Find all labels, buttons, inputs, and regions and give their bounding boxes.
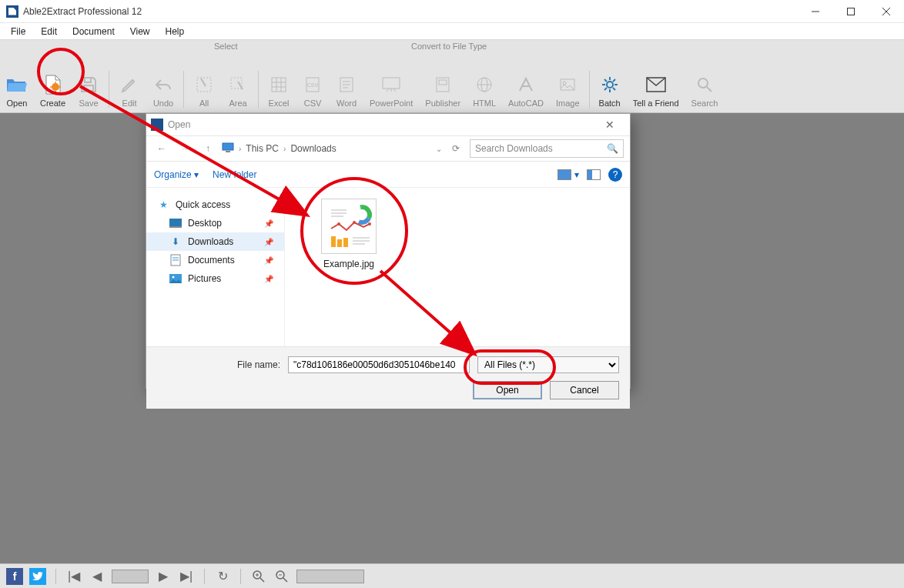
zoom-out-button[interactable] <box>273 568 290 585</box>
filename-input[interactable] <box>288 356 470 373</box>
word-label: Word <box>336 99 357 108</box>
nav-back-button[interactable]: ← <box>152 139 171 158</box>
menu-view[interactable]: View <box>122 25 158 38</box>
zoom-in-button[interactable] <box>250 568 267 585</box>
open-button[interactable]: Open <box>0 68 34 112</box>
publisher-label: Publisher <box>425 99 460 108</box>
envelope-icon <box>645 74 667 95</box>
view-mode-button[interactable]: ▾ <box>557 169 579 180</box>
star-icon: ★ <box>157 199 169 211</box>
preview-pane-button[interactable] <box>587 169 601 180</box>
select-all-button[interactable]: All <box>187 68 221 112</box>
dialog-close-button[interactable]: ✕ <box>594 119 625 131</box>
desktop-icon <box>169 217 182 229</box>
statusbar: f |◀ ◀ ▶ ▶| ↻ <box>0 563 904 588</box>
help-button[interactable]: ? <box>608 168 622 182</box>
edit-button[interactable]: Edit <box>112 68 146 112</box>
maximize-button[interactable] <box>833 0 869 23</box>
first-page-button[interactable]: |◀ <box>65 568 82 585</box>
create-button[interactable]: Create <box>34 68 72 112</box>
last-page-button[interactable]: ▶| <box>178 568 195 585</box>
minimize-button[interactable] <box>798 0 833 23</box>
svg-point-52 <box>172 276 175 279</box>
pc-icon <box>222 142 234 155</box>
new-folder-button[interactable]: New folder <box>213 169 256 180</box>
save-label: Save <box>79 99 98 108</box>
menu-document[interactable]: Document <box>65 25 122 38</box>
file-thumbnail-icon <box>321 199 377 254</box>
dialog-app-icon <box>151 119 163 131</box>
save-button[interactable]: Save <box>72 68 105 112</box>
dialog-file-area[interactable]: Example.jpg <box>285 188 630 346</box>
autocad-icon <box>515 74 537 95</box>
twitter-button[interactable] <box>29 568 46 585</box>
convert-html-button[interactable]: HTML <box>467 68 502 112</box>
tell-label: Tell a Friend <box>633 99 679 108</box>
all-label: All <box>199 99 209 108</box>
convert-image-button[interactable]: Image <box>550 68 586 112</box>
next-page-button[interactable]: ▶ <box>155 568 172 585</box>
breadcrumb-folder[interactable]: Downloads <box>290 143 336 154</box>
convert-word-button[interactable]: Word <box>330 68 363 112</box>
powerpoint-icon <box>380 74 402 95</box>
image-label: Image <box>556 99 580 108</box>
pencil-icon <box>119 74 140 95</box>
sidebar-quick-access[interactable]: ★ Quick access <box>146 195 284 214</box>
pictures-icon <box>169 272 182 285</box>
tell-a-friend-button[interactable]: Tell a Friend <box>627 68 685 112</box>
search-button[interactable]: Search <box>685 68 725 112</box>
convert-autocad-button[interactable]: AutoCAD <box>502 68 550 112</box>
html-icon <box>474 74 495 95</box>
search-label: Search <box>691 99 718 108</box>
file-item-example[interactable]: Example.jpg <box>314 199 383 269</box>
filetype-select[interactable]: All Files (*.*) <box>477 356 619 373</box>
sidebar-downloads[interactable]: ⬇ Downloads 📌 <box>146 232 284 251</box>
excel-icon <box>268 74 290 95</box>
select-area-button[interactable]: Area <box>221 68 255 112</box>
dialog-open-button[interactable]: Open <box>473 381 542 399</box>
facebook-button[interactable]: f <box>6 568 23 585</box>
zoom-level-input[interactable] <box>296 570 364 583</box>
undo-button[interactable]: Undo <box>146 68 180 112</box>
menu-help[interactable]: Help <box>158 25 193 38</box>
download-icon: ⬇ <box>169 236 182 248</box>
svg-rect-46 <box>169 219 182 226</box>
convert-publisher-button[interactable]: Publisher <box>419 68 467 112</box>
nav-forward-button[interactable]: → <box>176 139 194 158</box>
batch-label: Batch <box>599 99 621 108</box>
excel-label: Excel <box>269 99 290 108</box>
convert-csv-button[interactable]: CSV CSV <box>296 68 330 112</box>
document-new-icon <box>42 74 64 95</box>
close-button[interactable] <box>869 0 904 23</box>
menu-edit[interactable]: Edit <box>33 25 65 38</box>
nav-up-button[interactable]: ↑ <box>199 139 217 158</box>
svg-rect-47 <box>169 226 182 228</box>
toolbar: Select Convert to File Type Open Create … <box>0 40 904 113</box>
breadcrumb[interactable]: › This PC › Downloads ⌄ <box>222 142 442 155</box>
select-all-icon <box>193 74 215 95</box>
convert-powerpoint-button[interactable]: PowerPoint <box>363 68 419 112</box>
prev-page-button[interactable]: ◀ <box>89 568 105 585</box>
sidebar-documents[interactable]: Documents 📌 <box>146 251 284 269</box>
refresh-button[interactable]: ⟳ <box>447 139 465 158</box>
breadcrumb-root[interactable]: This PC <box>246 143 279 154</box>
rotate-button[interactable]: ↻ <box>214 568 231 585</box>
sidebar-desktop[interactable]: Desktop 📌 <box>146 214 284 232</box>
dialog-cancel-button[interactable]: Cancel <box>550 381 619 399</box>
dialog-title: Open <box>168 119 190 130</box>
page-number-input[interactable] <box>112 570 149 583</box>
svg-line-43 <box>707 87 711 92</box>
dialog-sidebar: ★ Quick access Desktop 📌 ⬇ Downloads 📌 D… <box>146 188 285 346</box>
menu-file[interactable]: File <box>3 25 33 38</box>
svg-point-58 <box>368 222 371 226</box>
dialog-search-input[interactable]: Search Downloads 🔍 <box>470 139 624 158</box>
svg-point-4 <box>52 83 59 91</box>
image-icon <box>557 74 578 95</box>
chevron-down-icon[interactable]: ⌄ <box>436 145 442 153</box>
batch-button[interactable]: Batch <box>593 68 627 112</box>
sidebar-pictures[interactable]: Pictures 📌 <box>146 269 284 288</box>
organize-menu[interactable]: Organize ▾ <box>154 169 199 180</box>
convert-excel-button[interactable]: Excel <box>262 68 296 112</box>
window-title: Able2Extract Professional 12 <box>23 6 142 17</box>
svg-line-40 <box>613 79 615 82</box>
